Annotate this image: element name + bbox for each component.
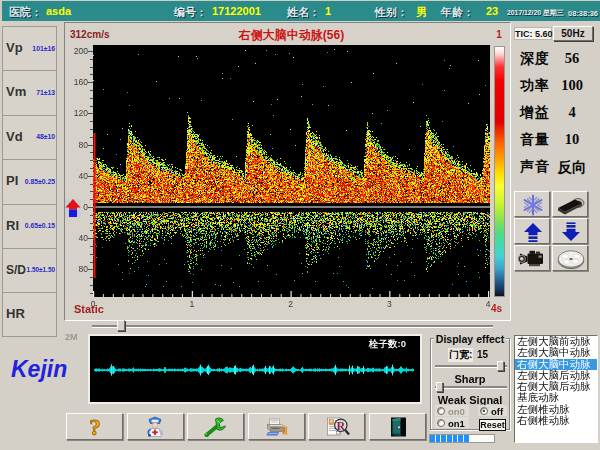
probe-label: 2M xyxy=(65,332,78,342)
y-tick-minor xyxy=(90,90,93,91)
param-value: 71±13 xyxy=(36,89,55,96)
sidebar-param-pi[interactable]: PI0.85±0.25 xyxy=(3,160,56,204)
arrow-down-icon xyxy=(553,219,589,245)
param-value: 101±16 xyxy=(32,45,55,52)
artery-item-5[interactable]: 基底动脉 xyxy=(515,392,597,403)
frequency-button[interactable]: 50Hz xyxy=(553,26,593,41)
progress-cell xyxy=(447,435,452,442)
id-label: 编号： xyxy=(174,5,207,20)
acq-param-value: 100 xyxy=(552,77,592,94)
doppler-spectrogram[interactable] xyxy=(93,45,490,297)
acq-param-label: 音量 xyxy=(520,131,550,149)
y-tick-label: 160 xyxy=(68,77,88,87)
param-label: S/D xyxy=(6,263,26,277)
film-reel-button[interactable] xyxy=(552,245,588,271)
arrow-down-button[interactable] xyxy=(552,218,588,244)
y-tick-minor xyxy=(90,191,93,192)
tic-indicator: TIC: 5.60 xyxy=(514,27,552,40)
y-tick-minor xyxy=(90,121,93,122)
artery-list[interactable]: 左侧大脑前动脉左侧大脑中动脉右侧大脑中动脉左侧大脑后动脉右侧大脑后动脉基底动脉左… xyxy=(514,335,598,443)
svg-text:?: ? xyxy=(89,414,101,439)
gender-value: 男 xyxy=(416,5,427,20)
y-tick-major xyxy=(88,82,93,83)
arrow-up-button[interactable] xyxy=(514,218,550,244)
acq-param-label: 增益 xyxy=(520,104,550,122)
patient-info-button[interactable] xyxy=(127,413,184,440)
sidebar-param-hr[interactable]: HR xyxy=(3,293,56,337)
artery-item-2[interactable]: 右侧大脑中动脉 xyxy=(515,359,597,370)
radio-off[interactable] xyxy=(480,407,488,415)
artery-item-7[interactable]: 右侧椎动脉 xyxy=(515,415,597,426)
reset-button[interactable]: Reset xyxy=(479,419,506,431)
scrollbar-track[interactable] xyxy=(92,325,493,328)
exit-button[interactable] xyxy=(369,413,426,440)
progress-cell xyxy=(436,435,441,442)
print-button[interactable] xyxy=(248,413,305,440)
report-review-button[interactable]: R xyxy=(308,413,365,440)
sidebar-param-vp[interactable]: Vp101±16 xyxy=(3,27,56,71)
status-label: Static xyxy=(74,303,104,315)
param-label: HR xyxy=(6,306,25,321)
param-label: Vp xyxy=(6,40,23,55)
y-tick-minor xyxy=(90,129,93,130)
display-effect-title: Display effect xyxy=(434,333,506,345)
radio-on1[interactable] xyxy=(437,419,445,427)
time-text: 08:38:36 xyxy=(568,9,598,18)
help-icon: ? xyxy=(81,414,109,439)
y-tick-minor xyxy=(90,67,93,68)
artery-title: 右侧大脑中动脉(56) xyxy=(93,27,490,44)
camera-button[interactable] xyxy=(514,245,550,271)
radio-on0[interactable] xyxy=(437,407,445,415)
artery-item-4[interactable]: 右侧大脑后动脉 xyxy=(515,381,597,392)
brand-logo: Kejin xyxy=(11,356,67,383)
param-label: Vd xyxy=(6,129,23,144)
y-tick-minor xyxy=(90,230,93,231)
x-tick-label: 3 xyxy=(383,299,395,309)
sidebar-param-vm[interactable]: Vm71±13 xyxy=(3,71,56,115)
artery-item-3[interactable]: 左侧大脑后动脉 xyxy=(515,370,597,381)
age-label: 年龄： xyxy=(441,5,474,20)
time-end-label: 4s xyxy=(491,303,502,314)
id-value: 17122001 xyxy=(212,5,261,17)
scrollbar-thumb[interactable] xyxy=(117,320,125,331)
sidebar-param-vd[interactable]: Vd48±10 xyxy=(3,116,56,160)
sharp-slider-thumb[interactable] xyxy=(436,382,443,392)
timeline-scrollbar[interactable] xyxy=(92,320,493,332)
y-tick-minor xyxy=(90,152,93,153)
intensity-colorbar xyxy=(494,46,505,297)
baseline-arrow-indicator[interactable] xyxy=(65,199,81,217)
camera-icon xyxy=(515,246,551,272)
date-text: 2017/12/20 星期三 xyxy=(507,8,564,18)
artery-item-1[interactable]: 左侧大脑中动脉 xyxy=(515,347,597,358)
artery-item-0[interactable]: 左侧大脑前动脉 xyxy=(515,336,597,347)
setup-wrench-button[interactable] xyxy=(187,413,244,440)
snowflake-button[interactable] xyxy=(514,191,550,217)
acq-param-label: 功率 xyxy=(520,77,550,95)
signal-level-bar xyxy=(429,434,495,443)
baseline-arrow-icon xyxy=(65,199,81,217)
hospital-value: asda xyxy=(46,5,71,17)
artery-item-6[interactable]: 左侧椎动脉 xyxy=(515,404,597,415)
y-tick-minor xyxy=(90,98,93,99)
hospital-label: 医院： xyxy=(9,5,42,20)
sharp-slider-track[interactable] xyxy=(435,386,507,389)
sidebar-param-sd[interactable]: S/D1.50±1.50 xyxy=(3,249,56,293)
param-value: 48±10 xyxy=(36,133,55,140)
film-reel-icon xyxy=(553,246,589,272)
wedge-button[interactable] xyxy=(552,191,588,217)
y-tick-label: 200 xyxy=(68,46,88,56)
patient-info-icon xyxy=(141,414,169,439)
progress-cell xyxy=(430,435,435,442)
progress-cell xyxy=(464,435,469,442)
gender-label: 性别： xyxy=(375,5,408,20)
setup-wrench-icon xyxy=(202,414,230,439)
y-tick-minor xyxy=(90,106,93,107)
sidebar-param-ri[interactable]: RI0.65±0.15 xyxy=(3,205,56,249)
y-tick-minor xyxy=(90,277,93,278)
x-tick-label: 2 xyxy=(285,299,297,309)
print-icon xyxy=(262,414,290,439)
y-tick-minor xyxy=(90,160,93,161)
gate-slider-thumb[interactable] xyxy=(497,361,504,371)
help-button[interactable]: ? xyxy=(66,413,123,440)
radio-off-label: off xyxy=(491,406,503,417)
